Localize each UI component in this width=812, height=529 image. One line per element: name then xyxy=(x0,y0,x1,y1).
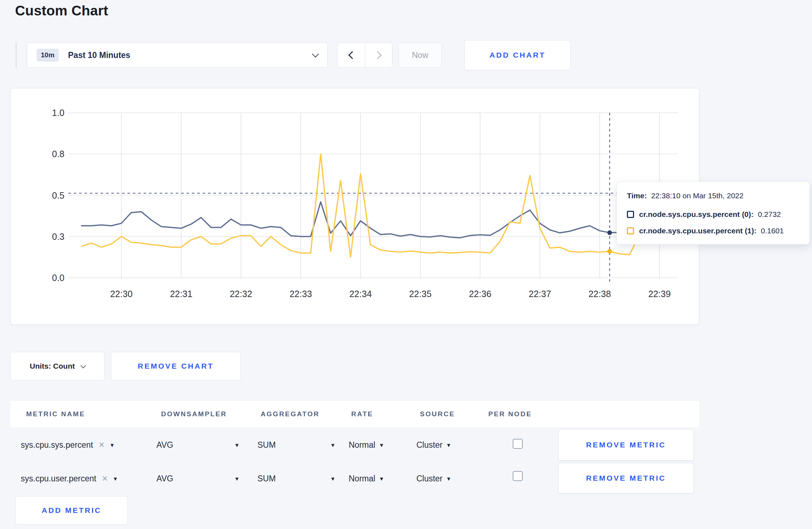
time-back-button[interactable] xyxy=(338,43,365,67)
source-value: Cluster xyxy=(416,474,443,484)
y-axis-label: 0.3 xyxy=(52,232,64,242)
metrics-table-header: METRIC NAME DOWNSAMPLER AGGREGATOR RATE … xyxy=(10,401,699,427)
time-forward-button[interactable] xyxy=(365,43,392,67)
aggregator-select[interactable]: SUM ▼ xyxy=(257,474,335,484)
metric-name-value: sys.cpu.sys.percent xyxy=(21,440,93,450)
series-line xyxy=(82,202,670,238)
tooltip-time-row: Time: 22:38:10 on Mar 15th, 2022 xyxy=(627,190,744,201)
col-downsampler: DOWNSAMPLER xyxy=(161,410,227,418)
toolbar-divider xyxy=(16,43,16,68)
series-swatch-icon xyxy=(627,227,634,234)
time-range-badge: 10m xyxy=(37,49,59,62)
x-axis-label: 22:32 xyxy=(230,289,252,299)
source-select[interactable]: Cluster ▼ xyxy=(416,474,451,484)
add-chart-button[interactable]: ADD CHART xyxy=(464,40,571,70)
timeseries-chart[interactable]: 0.00.30.50.81.022:3022:3122:3222:3322:34… xyxy=(11,88,700,325)
x-axis-label: 22:33 xyxy=(290,289,312,299)
tooltip-time-label: Time: xyxy=(627,191,647,200)
rate-select[interactable]: Normal ▼ xyxy=(349,440,384,450)
units-label: Units: Count xyxy=(30,362,75,370)
downsampler-select[interactable]: AVG ▼ xyxy=(156,440,240,450)
metric-row: sys.cpu.user.percent × ▼ AVG ▼ SUM ▼ Nor… xyxy=(10,462,699,495)
per-node-checkbox[interactable] xyxy=(513,471,523,481)
y-axis-label: 0.5 xyxy=(52,190,64,200)
col-rate: RATE xyxy=(351,410,373,418)
metric-name-select[interactable]: sys.cpu.user.percent × ▼ xyxy=(21,474,118,484)
tooltip-series-name: cr.node.sys.cpu.sys.percent (0): xyxy=(639,210,754,219)
time-nav-control xyxy=(337,43,392,68)
remove-metric-button[interactable]: REMOVE METRIC xyxy=(558,429,694,461)
chart-card[interactable]: 0.00.30.50.81.022:3022:3122:3222:3322:34… xyxy=(10,88,699,325)
dropdown-triangle-icon: ▼ xyxy=(234,476,240,482)
y-axis-label: 0.8 xyxy=(52,149,64,159)
x-axis-label: 22:35 xyxy=(409,289,432,299)
now-button[interactable]: Now xyxy=(398,43,442,68)
x-axis-label: 22:34 xyxy=(349,289,372,299)
time-range-select[interactable]: 10m Past 10 Minutes xyxy=(27,43,328,68)
remove-chart-button[interactable]: REMOVE CHART xyxy=(111,352,241,380)
chevron-down-icon xyxy=(312,50,319,58)
x-axis-label: 22:30 xyxy=(110,289,133,299)
remove-metric-button[interactable]: REMOVE METRIC xyxy=(558,463,694,494)
metric-row: sys.cpu.sys.percent × ▼ AVG ▼ SUM ▼ Norm… xyxy=(10,428,699,461)
x-axis-label: 22:37 xyxy=(529,289,551,299)
remove-metric-x-icon[interactable]: × xyxy=(99,440,105,450)
tooltip-series-row: cr.node.sys.cpu.user.percent (1): 0.1601 xyxy=(627,225,784,236)
x-axis-label: 22:36 xyxy=(469,289,492,299)
time-range-label: Past 10 Minutes xyxy=(68,50,130,60)
dropdown-triangle-icon: ▼ xyxy=(446,476,451,482)
tooltip-series-row: cr.node.sys.cpu.sys.percent (0): 0.2732 xyxy=(627,209,781,220)
dropdown-triangle-icon: ▼ xyxy=(379,442,384,448)
dropdown-triangle-icon: ▼ xyxy=(113,476,118,482)
tooltip-series-value: 0.2732 xyxy=(758,210,781,219)
rate-value: Normal xyxy=(349,440,375,450)
rate-value: Normal xyxy=(349,474,375,484)
x-axis-label: 22:39 xyxy=(648,289,671,299)
series-line xyxy=(82,154,670,257)
x-axis-label: 22:31 xyxy=(170,289,193,299)
page-title: Custom Chart xyxy=(15,3,108,19)
dropdown-triangle-icon: ▼ xyxy=(330,442,335,448)
dropdown-triangle-icon: ▼ xyxy=(234,442,240,448)
hover-point xyxy=(607,249,612,254)
dropdown-triangle-icon: ▼ xyxy=(110,442,115,448)
x-axis-label: 22:38 xyxy=(589,289,611,299)
metric-name-select[interactable]: sys.cpu.sys.percent × ▼ xyxy=(21,440,115,450)
downsampler-value: AVG xyxy=(156,440,173,450)
add-metric-button[interactable]: ADD METRIC xyxy=(15,496,128,525)
col-source: SOURCE xyxy=(420,410,455,418)
col-metric-name: METRIC NAME xyxy=(26,410,85,418)
source-value: Cluster xyxy=(416,440,443,450)
tooltip-series-name: cr.node.sys.cpu.user.percent (1): xyxy=(639,227,757,235)
tooltip-time-value: 22:38:10 on Mar 15th, 2022 xyxy=(651,191,744,200)
dropdown-triangle-icon: ▼ xyxy=(446,442,451,448)
hover-point xyxy=(607,230,612,235)
y-axis-label: 1.0 xyxy=(52,108,64,118)
col-aggregator: AGGREGATOR xyxy=(261,410,320,418)
source-select[interactable]: Cluster ▼ xyxy=(416,440,451,450)
remove-metric-x-icon[interactable]: × xyxy=(102,474,108,484)
chart-tooltip: Time: 22:38:10 on Mar 15th, 2022 cr.node… xyxy=(617,181,810,244)
aggregator-select[interactable]: SUM ▼ xyxy=(257,440,335,450)
aggregator-value: SUM xyxy=(257,474,276,484)
y-axis-label: 0.0 xyxy=(52,273,64,283)
chevron-down-icon xyxy=(81,363,86,368)
units-select[interactable]: Units: Count xyxy=(10,352,105,380)
downsampler-select[interactable]: AVG ▼ xyxy=(156,474,240,484)
downsampler-value: AVG xyxy=(156,474,173,484)
custom-chart-page: Custom Chart 10m Past 10 Minutes Now ADD… xyxy=(0,0,812,529)
series-swatch-icon xyxy=(627,211,634,218)
metric-name-value: sys.cpu.user.percent xyxy=(21,474,96,484)
aggregator-value: SUM xyxy=(257,440,276,450)
per-node-checkbox[interactable] xyxy=(513,439,523,449)
tooltip-series-value: 0.1601 xyxy=(761,227,784,235)
chevron-right-icon xyxy=(373,51,382,59)
dropdown-triangle-icon: ▼ xyxy=(330,476,335,482)
rate-select[interactable]: Normal ▼ xyxy=(349,474,384,484)
chevron-left-icon xyxy=(348,51,357,59)
col-per-node: PER NODE xyxy=(488,410,532,418)
dropdown-triangle-icon: ▼ xyxy=(379,476,384,482)
